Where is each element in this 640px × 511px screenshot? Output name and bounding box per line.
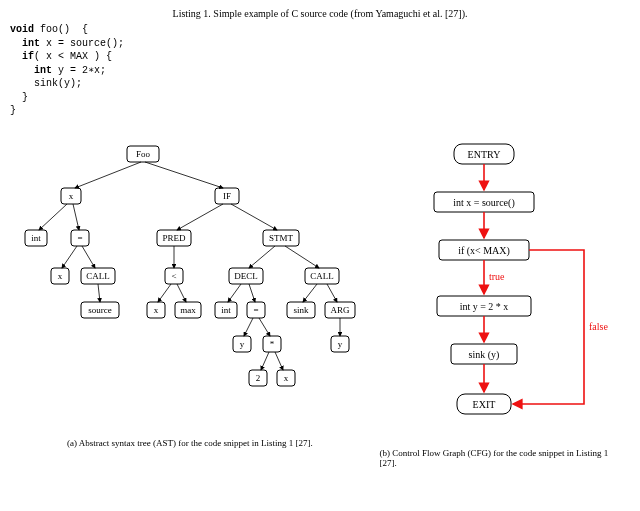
- code-snippet: void foo() { int x = source(); if( x < M…: [10, 23, 630, 118]
- svg-text:*: *: [270, 339, 275, 349]
- svg-text:int x = source(): int x = source(): [453, 197, 514, 209]
- kw: int: [10, 65, 52, 76]
- ast-svg: Foo x IF int: [25, 146, 355, 386]
- svg-text:EXIT: EXIT: [472, 399, 495, 410]
- svg-text:<: <: [171, 271, 176, 281]
- svg-text:false: false: [589, 321, 608, 332]
- svg-text:ENTRY: ENTRY: [467, 149, 500, 160]
- svg-line-63: [249, 284, 255, 302]
- svg-text:sink: sink: [293, 305, 309, 315]
- svg-line-49: [145, 162, 223, 188]
- kw: if: [10, 51, 34, 62]
- listing-caption: Listing 1. Simple example of C source co…: [10, 8, 630, 19]
- svg-line-62: [228, 284, 241, 302]
- svg-line-64: [303, 284, 317, 302]
- svg-text:x: x: [154, 305, 159, 315]
- svg-text:x: x: [284, 373, 289, 383]
- svg-line-53: [231, 204, 277, 230]
- svg-text:if (x< MAX): if (x< MAX): [458, 245, 510, 257]
- svg-line-57: [249, 246, 275, 268]
- cfg-diagram: ENTRY int x = source() if (x< MAX) int y…: [380, 138, 628, 438]
- svg-line-65: [327, 284, 337, 302]
- figure-ast: Foo x IF int: [10, 138, 370, 468]
- svg-text:y: y: [240, 339, 245, 349]
- svg-text:CALL: CALL: [310, 271, 334, 281]
- svg-text:x: x: [69, 191, 74, 201]
- svg-line-59: [98, 284, 100, 302]
- svg-line-52: [177, 204, 223, 230]
- svg-line-66: [244, 318, 253, 336]
- svg-text:CALL: CALL: [86, 271, 110, 281]
- svg-text:STMT: STMT: [269, 233, 294, 243]
- svg-text:sink (y): sink (y): [468, 349, 499, 361]
- svg-line-69: [261, 352, 269, 370]
- svg-text:y: y: [338, 339, 343, 349]
- svg-text:source: source: [88, 305, 112, 315]
- kw: int: [10, 38, 40, 49]
- svg-text:max: max: [180, 305, 196, 315]
- svg-line-60: [158, 284, 171, 302]
- figures-row: Foo x IF int: [10, 138, 630, 468]
- svg-text:int: int: [221, 305, 231, 315]
- svg-line-70: [275, 352, 283, 370]
- svg-text:Foo: Foo: [136, 149, 151, 159]
- svg-text:true: true: [489, 271, 505, 282]
- code: sink(y);: [10, 78, 82, 89]
- code: x = source();: [40, 38, 124, 49]
- svg-text:PRED: PRED: [162, 233, 186, 243]
- svg-line-50: [39, 204, 67, 230]
- svg-text:DECL: DECL: [234, 271, 258, 281]
- code: ( x < MAX ) {: [34, 51, 112, 62]
- svg-line-55: [82, 246, 95, 268]
- svg-text:int y = 2 * x: int y = 2 * x: [459, 301, 508, 312]
- svg-line-58: [285, 246, 319, 268]
- subcaption-a: (a) Abstract syntax tree (AST) for the c…: [10, 438, 370, 448]
- code: }: [10, 92, 28, 103]
- svg-text:IF: IF: [223, 191, 231, 201]
- svg-line-54: [62, 246, 77, 268]
- svg-text:=: =: [253, 305, 258, 315]
- code: y = 2∗x;: [52, 65, 106, 76]
- code: }: [10, 105, 16, 116]
- figure-cfg: ENTRY int x = source() if (x< MAX) int y…: [380, 138, 628, 468]
- svg-text:int: int: [31, 233, 41, 243]
- cfg-svg: ENTRY int x = source() if (x< MAX) int y…: [434, 144, 608, 414]
- svg-text:x: x: [58, 271, 63, 281]
- kw: void: [10, 24, 34, 35]
- svg-line-51: [73, 204, 79, 230]
- subcaption-b: (b) Control Flow Graph (CFG) for the cod…: [380, 448, 628, 468]
- code: foo() {: [34, 24, 88, 35]
- svg-line-67: [259, 318, 270, 336]
- svg-text:ARG: ARG: [330, 305, 350, 315]
- svg-line-61: [177, 284, 186, 302]
- svg-line-48: [75, 162, 141, 188]
- svg-text:=: =: [77, 233, 82, 243]
- svg-text:2: 2: [256, 373, 261, 383]
- ast-diagram: Foo x IF int: [10, 138, 370, 428]
